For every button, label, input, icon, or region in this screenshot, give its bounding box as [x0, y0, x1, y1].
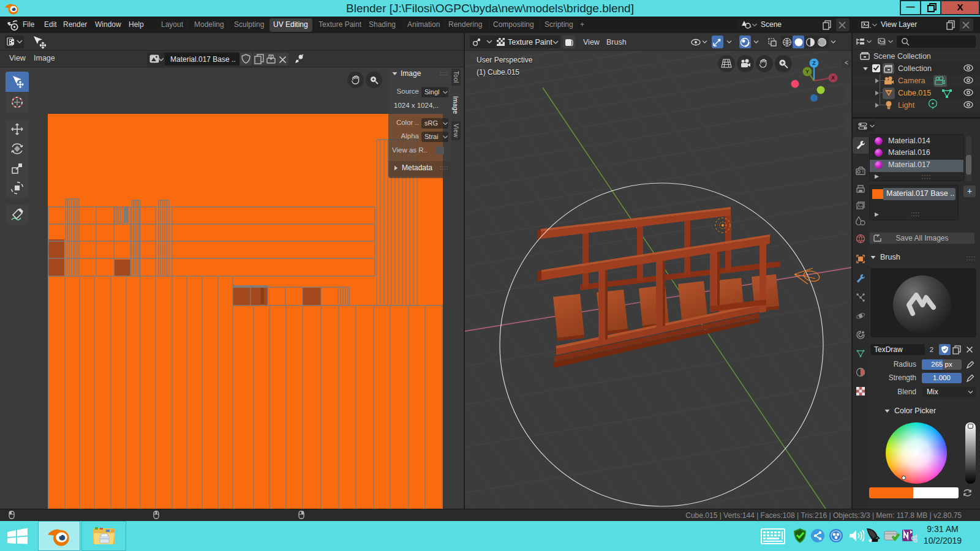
svg-text:Z: Z: [812, 60, 816, 66]
svg-text:X: X: [831, 75, 835, 81]
svg-text:Y: Y: [805, 69, 809, 75]
